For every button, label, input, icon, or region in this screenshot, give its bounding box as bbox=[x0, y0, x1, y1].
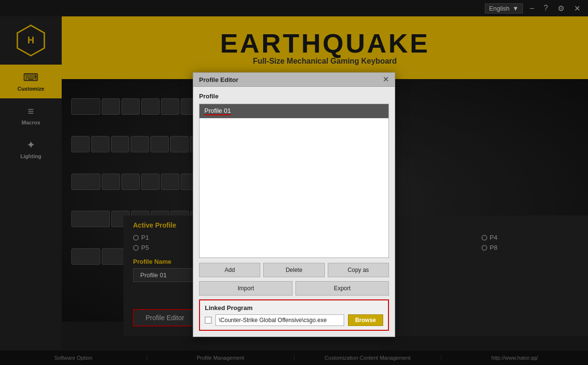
linked-program-path: \Counter-Strike Global Offensive\csgo.ex… bbox=[215, 314, 344, 326]
profile-list-item[interactable]: Profile 01 bbox=[200, 104, 388, 119]
linked-program-section: Linked Program \Counter-Strike Global Of… bbox=[199, 299, 389, 331]
modal-title: Profile Editor bbox=[199, 76, 239, 83]
linked-program-label: Linked Program bbox=[205, 304, 383, 311]
profile-list[interactable]: Profile 01 bbox=[199, 104, 389, 258]
copy-as-button[interactable]: Copy as bbox=[328, 263, 389, 277]
delete-profile-button[interactable]: Delete bbox=[263, 263, 324, 277]
import-button[interactable]: Import bbox=[199, 281, 293, 296]
modal-actions-row2: Import Export bbox=[199, 281, 389, 296]
profile-editor-modal: Profile Editor ✕ Profile Profile 01 Add … bbox=[193, 72, 395, 337]
modal-section-profile-label: Profile bbox=[199, 93, 389, 100]
modal-titlebar: Profile Editor ✕ bbox=[193, 73, 395, 87]
browse-button[interactable]: Browse bbox=[348, 314, 383, 326]
modal-close-button[interactable]: ✕ bbox=[383, 76, 389, 83]
modal-actions-row1: Add Delete Copy as bbox=[199, 263, 389, 277]
modal-body: Profile Profile 01 Add Delete Copy as Im… bbox=[193, 87, 395, 337]
modal-overlay: Profile Editor ✕ Profile Profile 01 Add … bbox=[0, 0, 588, 365]
export-button[interactable]: Export bbox=[295, 281, 389, 296]
linked-program-checkbox[interactable] bbox=[205, 317, 212, 324]
add-profile-button[interactable]: Add bbox=[199, 263, 260, 277]
linked-program-row: \Counter-Strike Global Offensive\csgo.ex… bbox=[205, 314, 383, 326]
profile-name-item: Profile 01 bbox=[204, 107, 231, 115]
